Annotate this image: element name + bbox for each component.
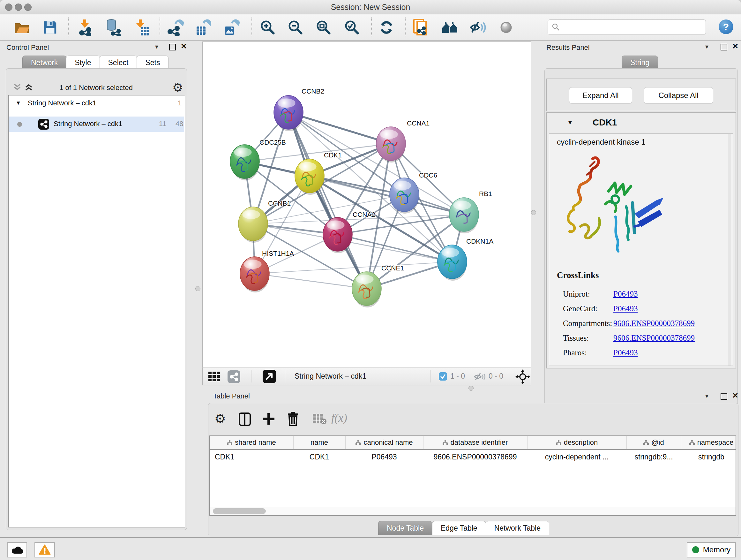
refresh-button[interactable] <box>378 18 395 37</box>
table-cell[interactable]: stringdb:9... <box>626 450 681 464</box>
expand-all-button[interactable]: Expand All <box>569 87 632 104</box>
crosslink-link[interactable]: 9606.ENSP00000378699 <box>613 319 695 328</box>
network-node-CCNB2[interactable] <box>274 96 303 131</box>
hide-selected-button[interactable] <box>469 18 487 37</box>
table-panel-menu-caret[interactable]: ▾ <box>705 392 709 400</box>
show-all-button[interactable] <box>497 18 515 37</box>
gene-name[interactable]: CDK1 <box>593 118 617 128</box>
import-table-button[interactable] <box>133 18 151 37</box>
table-panel-close-icon[interactable]: ✕ <box>732 391 738 400</box>
network-tree-row-selected[interactable]: String Network – cdk1 11 48 <box>9 117 184 132</box>
delete-column-icon[interactable] <box>287 412 299 426</box>
network-edge[interactable] <box>255 273 367 289</box>
table-cell[interactable]: 9606.ENSP00000378699 <box>423 450 527 464</box>
export-image-button[interactable] <box>222 18 240 37</box>
network-node-RB1[interactable] <box>449 198 479 233</box>
network-node-CCNB1[interactable] <box>239 207 268 243</box>
table-cell[interactable]: cyclin-dependent ... <box>527 450 626 464</box>
results-panel-float-icon[interactable] <box>721 44 727 51</box>
help-button[interactable]: ? <box>719 19 733 34</box>
network-canvas[interactable]: CCNB2CCNA1CDC25BCDK1CDC6RB1CCNB1CCNA2CDK… <box>202 42 531 368</box>
column-header-canonical-name[interactable]: canonical name <box>345 436 423 449</box>
network-node-CDK1[interactable] <box>295 159 324 195</box>
export-table-button[interactable] <box>194 18 212 37</box>
control-panel-float-icon[interactable] <box>169 44 176 51</box>
results-scrollbar[interactable] <box>728 134 731 366</box>
crosslink-link[interactable]: P06493 <box>613 304 637 313</box>
table-cell[interactable]: P06493 <box>345 450 423 464</box>
show-all-icon <box>498 19 514 36</box>
network-collection-label[interactable]: String Network – cdk1 <box>28 99 96 107</box>
network-edge[interactable] <box>288 112 391 144</box>
tab-network[interactable]: Network <box>22 56 66 70</box>
tab-string[interactable]: String <box>622 56 658 70</box>
search-field[interactable] <box>548 19 706 35</box>
tab-node-table[interactable]: Node Table <box>378 521 432 535</box>
network-view-share-icon[interactable] <box>227 370 240 383</box>
network-node-CCNA1[interactable] <box>376 127 406 163</box>
zoom-in-button[interactable] <box>259 18 276 37</box>
collapse-all-button[interactable]: Collapse All <box>644 87 713 104</box>
fit-selected-crosshair-icon[interactable] <box>515 369 530 384</box>
open-session-button[interactable] <box>13 18 30 37</box>
table-horizontal-scrollbar[interactable] <box>210 507 736 515</box>
column-header-namespace[interactable]: namespace <box>681 436 736 449</box>
results-panel-close-icon[interactable]: ✕ <box>732 42 738 51</box>
column-header-description[interactable]: description <box>527 436 627 449</box>
birds-eye-view-icon[interactable] <box>263 370 276 383</box>
crosslink-link[interactable]: 9606.ENSP00000378699 <box>613 334 695 343</box>
tab-network-table[interactable]: Network Table <box>486 521 549 535</box>
export-network-button[interactable] <box>166 18 184 37</box>
control-panel-menu-caret[interactable]: ▾ <box>155 43 158 51</box>
table-cell[interactable]: CDK1 <box>293 450 345 464</box>
warnings-button[interactable] <box>35 542 55 557</box>
zoom-selected-button[interactable] <box>343 18 360 37</box>
zoom-fit-button[interactable] <box>314 18 332 37</box>
crosslink-link[interactable]: P06493 <box>613 348 637 357</box>
crosslink-link[interactable]: P06493 <box>613 290 637 299</box>
network-node-HIST1H1A[interactable] <box>240 257 269 293</box>
tab-style[interactable]: Style <box>66 56 99 70</box>
add-column-icon[interactable] <box>262 413 275 425</box>
network-graph[interactable]: CCNB2CCNA1CDC25BCDK1CDC6RB1CCNB1CCNA2CDK… <box>203 42 531 368</box>
network-node-CCNA2[interactable] <box>323 217 352 253</box>
column-header-@id[interactable]: @id <box>626 436 681 449</box>
network-label[interactable]: String Network – cdk1 <box>54 120 122 128</box>
table-settings-gear-icon[interactable]: ⚙ <box>214 411 226 426</box>
network-node-CDC25B[interactable] <box>230 145 259 180</box>
cloud-button[interactable] <box>7 542 27 557</box>
table-cell[interactable]: stringdb <box>681 450 736 464</box>
grid-view-icon[interactable] <box>208 372 220 382</box>
network-node-CDKN1A[interactable] <box>437 245 467 281</box>
tree-collapse-caret[interactable]: ▼ <box>16 100 21 106</box>
table-cell[interactable]: CDK1 <box>210 450 298 464</box>
column-header-name[interactable]: name <box>293 436 346 449</box>
entry-collapse-caret[interactable]: ▼ <box>567 119 573 126</box>
network-node-CCNE1[interactable] <box>352 272 381 307</box>
network-options-gear-icon[interactable]: ⚙ <box>172 80 183 95</box>
control-panel-close-icon[interactable]: ✕ <box>181 42 187 51</box>
save-session-button[interactable] <box>41 18 59 37</box>
left-splitter-handle[interactable] <box>195 286 200 291</box>
table-panel-float-icon[interactable] <box>721 393 727 400</box>
first-neighbors-button[interactable] <box>441 18 459 37</box>
export-table-icon <box>194 19 211 36</box>
memory-button[interactable]: Memory <box>687 542 736 557</box>
column-header-shared-name[interactable]: shared name <box>210 436 293 449</box>
network-edge[interactable] <box>288 112 367 289</box>
show-columns-icon[interactable] <box>239 413 251 426</box>
search-input[interactable] <box>562 21 703 33</box>
tab-sets[interactable]: Sets <box>137 56 169 70</box>
results-panel-menu-caret[interactable]: ▾ <box>705 43 709 51</box>
scrollbar-thumb[interactable] <box>213 508 266 514</box>
selected-checkbox-icon[interactable] <box>439 372 447 381</box>
import-network-file-button[interactable] <box>77 18 94 37</box>
tab-select[interactable]: Select <box>99 56 137 70</box>
tab-edge-table[interactable]: Edge Table <box>432 521 486 535</box>
right-splitter-handle[interactable] <box>531 210 536 215</box>
column-header-database-identifier[interactable]: database identifier <box>423 436 528 449</box>
import-network-database-button[interactable] <box>104 18 122 37</box>
bottom-splitter-handle[interactable] <box>468 386 474 391</box>
zoom-out-button[interactable] <box>286 18 304 37</box>
new-network-from-selection-button[interactable] <box>412 18 430 37</box>
